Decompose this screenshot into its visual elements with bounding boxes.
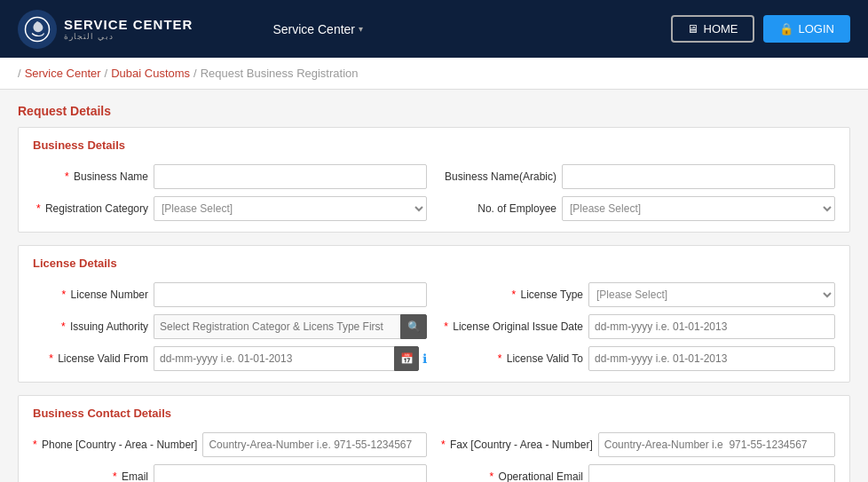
breadcrumb-dubai-customs[interactable]: Dubai Customs (111, 67, 190, 80)
license-details-card: License Details * License Number * Licen… (18, 245, 850, 383)
fax-label: * Fax [Country - Area - Number] (441, 439, 593, 451)
license-type-select[interactable]: [Please Select] (588, 282, 835, 307)
email-row: * Email (33, 464, 427, 482)
breadcrumb-sep2: / (105, 67, 108, 80)
business-contact-form: * Phone [Country - Area - Number] * Fax … (33, 432, 835, 482)
operational-email-input[interactable] (588, 464, 835, 482)
business-name-row: * Business Name (33, 164, 427, 189)
main-nav: Service Center ▾ (219, 22, 670, 36)
business-details-title: Business Details (33, 138, 835, 155)
brand-sub: دبي التجارة (64, 32, 193, 41)
nav-label: Service Center (272, 22, 355, 36)
chevron-down-icon: ▾ (359, 24, 363, 34)
license-valid-from-input[interactable] (154, 346, 394, 371)
business-contact-title: Business Contact Details (33, 407, 835, 423)
header: SERVICE CENTER دبي التجارة Service Cente… (0, 0, 868, 58)
business-name-arabic-input[interactable] (562, 164, 835, 189)
registration-category-label: * Registration Category (33, 202, 148, 215)
issuing-authority-input[interactable] (154, 314, 400, 339)
search-icon: 🔍 (407, 320, 421, 333)
license-valid-from-label: * License Valid From (33, 352, 148, 365)
issuing-authority-row: * Issuing Authority 🔍 (33, 314, 427, 339)
main-content: Request Details Business Details * Busin… (0, 90, 868, 482)
breadcrumb-service-center[interactable]: Service Center (25, 67, 101, 80)
brand-label: SERVICE CENTER (64, 17, 193, 32)
business-name-arabic-label: Business Name(Arabic) (441, 170, 556, 183)
registration-category-row: * Registration Category [Please Select] (33, 196, 427, 221)
no-employee-select[interactable]: [Please Select] (562, 196, 835, 221)
no-employee-row: No. of Employee [Please Select] (441, 196, 835, 221)
license-original-issue-date-row: * License Original Issue Date (441, 314, 835, 339)
breadcrumb-current: Request Business Registration (201, 67, 359, 80)
business-name-arabic-row: Business Name(Arabic) (441, 164, 835, 189)
license-type-label: * License Type (441, 288, 583, 301)
section-title: Request Details (18, 104, 850, 118)
no-employee-label: No. of Employee (441, 202, 556, 215)
breadcrumb-separator: / (18, 67, 21, 80)
business-contact-card: Business Contact Details * Phone [Countr… (18, 395, 850, 482)
logo-area: SERVICE CENTER دبي التجارة (18, 10, 193, 49)
login-button[interactable]: 🔒 LOGIN (763, 15, 850, 43)
fax-row: * Fax [Country - Area - Number] (441, 432, 835, 457)
license-valid-from-row: * License Valid From 📅 ℹ (33, 346, 427, 371)
license-details-form: * License Number * License Type [Please … (33, 282, 835, 371)
business-details-card: Business Details * Business Name Busines… (18, 127, 850, 233)
license-details-title: License Details (33, 257, 835, 273)
business-details-form: * Business Name Business Name(Arabic) * … (33, 164, 835, 221)
monitor-icon: 🖥 (687, 22, 698, 36)
issuing-authority-label: * Issuing Authority (33, 320, 148, 333)
license-valid-to-row: * License Valid To (441, 346, 835, 371)
license-original-issue-date-label: * License Original Issue Date (441, 320, 583, 333)
operational-email-label: * Operational Email (441, 470, 583, 482)
phone-row: * Phone [Country - Area - Number] (33, 432, 427, 457)
header-buttons: 🖥 HOME 🔒 LOGIN (671, 15, 850, 43)
license-valid-from-field: 📅 ℹ (154, 346, 427, 371)
license-number-label: * License Number (33, 288, 148, 301)
license-type-row: * License Type [Please Select] (441, 282, 835, 307)
license-number-input[interactable] (154, 282, 427, 307)
business-name-label: * Business Name (33, 170, 148, 183)
home-button[interactable]: 🖥 HOME (671, 15, 754, 43)
operational-email-row: * Operational Email (441, 464, 835, 482)
license-valid-to-label: * License Valid To (441, 352, 583, 365)
logo-icon (18, 10, 57, 49)
email-label: * Email (33, 470, 148, 482)
calendar-icon: 📅 (400, 352, 414, 365)
license-valid-to-input[interactable] (588, 346, 835, 371)
breadcrumb-sep3: / (193, 67, 197, 80)
license-number-row: * License Number (33, 282, 427, 307)
email-input[interactable] (154, 464, 427, 482)
lock-icon: 🔒 (779, 22, 793, 36)
phone-label: * Phone [Country - Area - Number] (33, 439, 197, 451)
info-icon[interactable]: ℹ (422, 352, 427, 366)
breadcrumb: / Service Center / Dubai Customs / Reque… (0, 58, 868, 90)
license-valid-from-calendar-button[interactable]: 📅 (394, 346, 419, 371)
phone-input[interactable] (202, 432, 427, 457)
fax-input[interactable] (598, 432, 835, 457)
license-original-issue-date-input[interactable] (588, 314, 835, 339)
issuing-authority-field: 🔍 (154, 314, 427, 339)
business-name-input[interactable] (154, 164, 427, 189)
nav-service-center[interactable]: Service Center ▾ (272, 22, 363, 36)
issuing-authority-search-button[interactable]: 🔍 (400, 314, 427, 339)
registration-category-select[interactable]: [Please Select] (154, 196, 427, 221)
